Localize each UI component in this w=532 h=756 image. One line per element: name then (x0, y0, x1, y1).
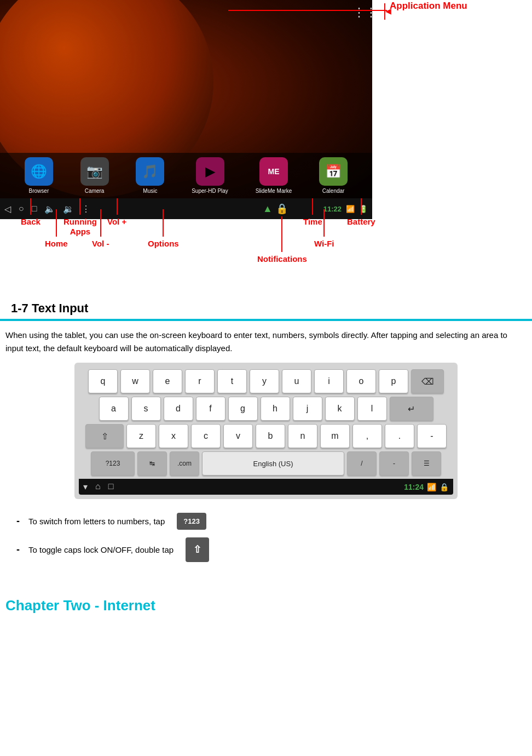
kb-dash[interactable]: - (417, 424, 447, 448)
kb-s[interactable]: s (131, 397, 161, 421)
kb-time: 11:24 (404, 483, 424, 491)
kb-i[interactable]: i (314, 369, 344, 393)
kb-battery-icon: 🔒 (440, 483, 449, 491)
battery-annotation: Battery (347, 198, 375, 226)
kb-t[interactable]: t (217, 369, 247, 393)
kb-dotcom[interactable]: .com (170, 451, 199, 476)
slideme-dock-icon[interactable]: ME SlideMe Marke (256, 157, 292, 194)
kb-z[interactable]: z (126, 424, 156, 448)
kb-n[interactable]: n (288, 424, 317, 448)
kb-h[interactable]: h (261, 397, 290, 421)
kb-x[interactable]: x (159, 424, 188, 448)
kb-o[interactable]: o (346, 369, 376, 393)
music-label: Music (143, 188, 157, 194)
kb-hyphen[interactable]: - (379, 451, 409, 476)
bullet-dash-2: - (16, 541, 20, 558)
camera-dock-icon[interactable]: 📷 Camera (80, 157, 109, 194)
teal-divider (0, 319, 532, 321)
bullet-item-capslock: - To toggle caps lock ON/OFF, double tap… (16, 537, 516, 562)
kb-w[interactable]: w (120, 369, 150, 393)
kb-tab[interactable]: ↹ (137, 451, 167, 476)
vol-minus-label: Vol - (92, 239, 109, 248)
kb-row-3: ⇧ z x c v b n m , . - (79, 424, 453, 448)
calendar-icon: 📅 (319, 157, 348, 186)
kb-y[interactable]: y (250, 369, 279, 393)
kb-period[interactable]: . (385, 424, 414, 448)
kb-settings[interactable]: ☰ (412, 451, 441, 476)
kb-c[interactable]: c (191, 424, 221, 448)
section-17: 1-7 Text Input (0, 301, 532, 316)
calendar-dock-icon[interactable]: 📅 Calendar (319, 157, 348, 194)
kb-row-2: a s d f g h j k l ↵ (79, 397, 453, 421)
browser-icon: 🌐 (25, 157, 53, 186)
kb-enter[interactable]: ↵ (390, 397, 433, 421)
numbers-switch-btn[interactable]: ?123 (177, 513, 206, 530)
camera-label: Camera (85, 188, 105, 194)
kb-wifi-icon: 📶 (427, 483, 436, 491)
body-paragraph-1: When using the tablet, you can use the o… (0, 329, 532, 355)
kb-nav-back[interactable]: ▾ (83, 482, 88, 492)
keyboard-screenshot: q w e r t y u i o p ⌫ a s d f g h j k l … (74, 363, 458, 499)
kb-d[interactable]: d (164, 397, 193, 421)
notifications-annotation: Notifications (257, 216, 307, 264)
slideme-icon: ME (259, 157, 288, 186)
kb-numbers-switch[interactable]: ?123 (91, 451, 135, 476)
app-menu-icon[interactable]: ⋮⋮⋮ (353, 5, 372, 20)
notifications-label: Notifications (257, 254, 307, 264)
options-label: Options (148, 239, 179, 248)
kb-nav-recents[interactable]: □ (108, 482, 114, 492)
kb-q[interactable]: q (88, 369, 118, 393)
kb-p[interactable]: p (379, 369, 408, 393)
options-annotation: Options (148, 209, 179, 248)
kb-b[interactable]: b (256, 424, 285, 448)
kb-bottom-nav: ▾ ⌂ □ (83, 482, 113, 492)
kb-comma[interactable]: , (352, 424, 382, 448)
slideme-label: SlideMe Marke (256, 188, 292, 194)
kb-status-right: 11:24 📶 🔒 (404, 483, 449, 491)
kb-e[interactable]: e (153, 369, 182, 393)
music-dock-icon[interactable]: 🎵 Music (136, 157, 164, 194)
kb-shift[interactable]: ⇧ (85, 424, 124, 448)
running-apps-line (79, 198, 80, 215)
dock-icons-row: 🌐 Browser 📷 Camera 🎵 Music ▶ Super-HD Pl… (0, 153, 372, 198)
vol-minus-annotation: Vol - (92, 209, 109, 248)
kb-backspace[interactable]: ⌫ (411, 369, 444, 393)
time-line (312, 198, 313, 215)
kb-u[interactable]: u (282, 369, 311, 393)
kb-row-1: q w e r t y u i o p ⌫ (79, 369, 453, 393)
kb-r[interactable]: r (185, 369, 215, 393)
superhd-dock-icon[interactable]: ▶ Super-HD Play (192, 157, 228, 194)
kb-m[interactable]: m (320, 424, 350, 448)
kb-nav-home[interactable]: ⌂ (95, 482, 101, 492)
kb-a[interactable]: a (99, 397, 129, 421)
vol-plus-label: Vol + (107, 217, 126, 226)
battery-line (361, 198, 362, 215)
kb-language[interactable]: English (US) (202, 451, 344, 476)
shift-btn[interactable]: ⇧ (186, 537, 209, 562)
home-line (56, 209, 57, 237)
battery-label: Battery (347, 217, 375, 226)
camera-icon: 📷 (80, 157, 109, 186)
kb-v[interactable]: v (223, 424, 253, 448)
vol-plus-annotation: Vol + (107, 198, 126, 226)
vol-plus-line (117, 198, 118, 215)
kb-g[interactable]: g (228, 397, 258, 421)
kb-slash[interactable]: / (347, 451, 377, 476)
back-nav-icon[interactable]: ◁ (4, 204, 11, 214)
kb-j[interactable]: j (293, 397, 322, 421)
bullet-text-2: To toggle caps lock ON/OFF, double tap (28, 542, 174, 557)
notification-area: ▲ 🔒 (263, 203, 288, 215)
lock-icon: 🔒 (276, 203, 288, 215)
browser-dock-icon[interactable]: 🌐 Browser (25, 157, 53, 194)
tablet-screen: ⋮⋮⋮ 🌐 Browser 📷 Camera 🎵 Music ▶ Super-H… (0, 0, 372, 219)
time-annotation: Time (303, 198, 322, 226)
kb-bottom-bar: ▾ ⌂ □ 11:24 📶 🔒 (79, 479, 453, 495)
kb-l[interactable]: l (357, 397, 387, 421)
section-17-title: 1-7 Text Input (5, 301, 527, 316)
kb-f[interactable]: f (196, 397, 225, 421)
wifi-line (323, 209, 325, 237)
kb-k[interactable]: k (325, 397, 355, 421)
kb-row-4: ?123 ↹ .com English (US) / - ☰ (79, 451, 453, 476)
back-line (30, 198, 31, 215)
app-menu-arrowhead: ◀ (385, 7, 391, 15)
